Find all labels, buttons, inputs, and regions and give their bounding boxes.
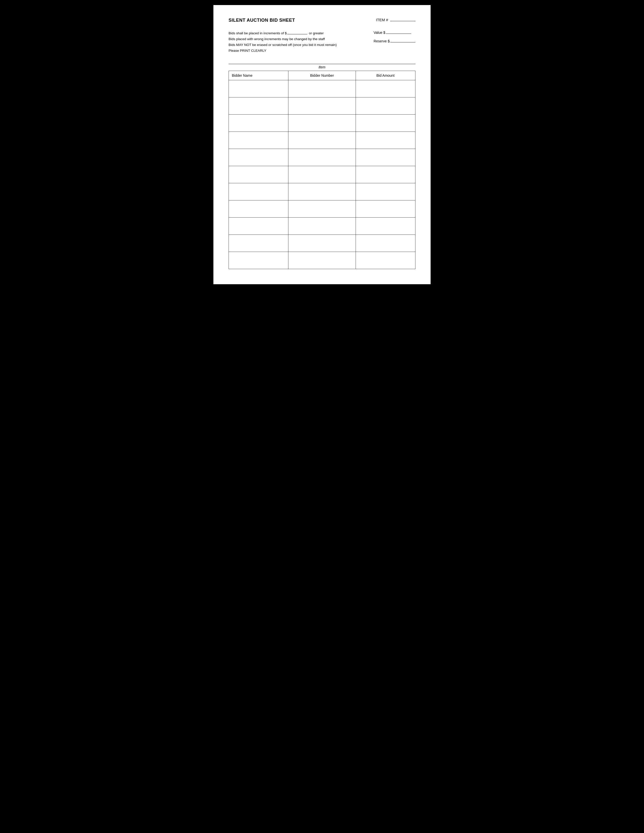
bidder-number-cell <box>288 235 356 252</box>
bidder-name-cell <box>229 252 288 269</box>
bid-amount-cell <box>356 80 415 97</box>
instruction-line-4: Please PRINT CLEARLY <box>229 48 364 54</box>
bid-amount-cell <box>356 200 415 217</box>
instruction-line-3: Bids MAY NOT be erased or scratched off … <box>229 42 364 48</box>
bid-amount-cell <box>356 252 415 269</box>
bidder-number-cell <box>288 132 356 149</box>
bid-amount-cell <box>356 235 415 252</box>
bidder-name-cell <box>229 235 288 252</box>
value-blank <box>386 34 411 34</box>
bidder-name-cell <box>229 166 288 183</box>
reserve-field: Reserve $ <box>374 39 415 43</box>
item-label-section: Item <box>229 64 415 71</box>
table-row <box>229 235 415 252</box>
bidder-name-cell <box>229 97 288 114</box>
item-number-label: ITEM # <box>376 18 388 22</box>
bidder-name-cell <box>229 80 288 97</box>
value-label: Value $ <box>374 31 385 35</box>
bidder-number-cell <box>288 183 356 200</box>
item-number-blank <box>390 21 415 21</box>
bid-table: Bidder Name Bidder Number Bid Amount <box>229 71 415 269</box>
bidder-number-cell <box>288 200 356 217</box>
bidder-number-cell <box>288 166 356 183</box>
increment-blank <box>287 34 308 34</box>
bid-amount-cell <box>356 166 415 183</box>
bidder-name-cell <box>229 200 288 217</box>
bid-amount-cell <box>356 132 415 149</box>
table-row <box>229 183 415 200</box>
instructions-left: Bids shall be placed in increments of $ … <box>229 31 364 54</box>
item-label-text: Item <box>229 64 415 71</box>
bidder-name-cell <box>229 149 288 166</box>
bidder-name-cell <box>229 114 288 132</box>
bidder-name-cell <box>229 132 288 149</box>
bidder-number-cell <box>288 80 356 97</box>
instructions-right: Value $ Reserve $ <box>374 31 415 43</box>
table-row <box>229 114 415 132</box>
bid-amount-cell <box>356 97 415 114</box>
table-row <box>229 97 415 114</box>
table-header-row: Bidder Name Bidder Number Bid Amount <box>229 71 415 80</box>
table-row <box>229 149 415 166</box>
col-header-bidder-name: Bidder Name <box>229 71 288 80</box>
item-number-field: ITEM # <box>376 18 415 22</box>
table-row <box>229 132 415 149</box>
col-header-bidder-number: Bidder Number <box>288 71 356 80</box>
instruction-line-2: Bids placed with wrong increments may be… <box>229 36 364 42</box>
page-title: SILENT AUCTION BID SHEET <box>229 18 295 23</box>
table-row <box>229 166 415 183</box>
bidder-name-cell <box>229 217 288 235</box>
reserve-label: Reserve $ <box>374 39 390 43</box>
instruction-line-1: Bids shall be placed in increments of $ … <box>229 31 364 36</box>
bid-amount-cell <box>356 217 415 235</box>
bidder-number-cell <box>288 252 356 269</box>
bid-amount-cell <box>356 149 415 166</box>
bidder-number-cell <box>288 97 356 114</box>
table-row <box>229 252 415 269</box>
bidder-number-cell <box>288 149 356 166</box>
instruction-suffix: or greater <box>308 31 324 35</box>
instruction-prefix: Bids shall be placed in increments of $ <box>229 31 287 35</box>
page: SILENT AUCTION BID SHEET ITEM # Bids sha… <box>213 5 431 284</box>
header-row: SILENT AUCTION BID SHEET ITEM # <box>229 18 415 23</box>
bidder-name-cell <box>229 183 288 200</box>
bid-amount-cell <box>356 183 415 200</box>
bidder-number-cell <box>288 217 356 235</box>
bidder-number-cell <box>288 114 356 132</box>
bid-amount-cell <box>356 114 415 132</box>
table-row <box>229 200 415 217</box>
instructions-area: Bids shall be placed in increments of $ … <box>229 31 415 54</box>
table-row <box>229 217 415 235</box>
table-row <box>229 80 415 97</box>
col-header-bid-amount: Bid Amount <box>356 71 415 80</box>
value-field: Value $ <box>374 31 415 35</box>
